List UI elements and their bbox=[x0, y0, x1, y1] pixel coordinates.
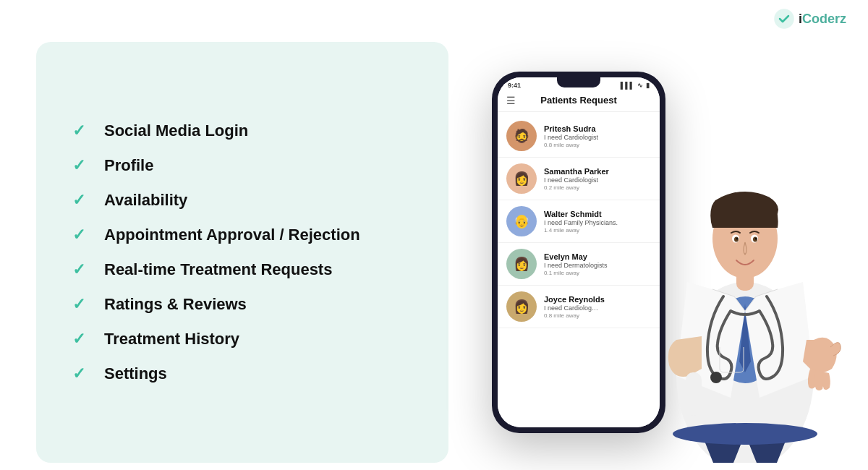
feature-item-profile: ✓Profile bbox=[72, 156, 412, 175]
check-icon: ✓ bbox=[72, 156, 90, 175]
svg-point-10 bbox=[753, 237, 757, 242]
svg-rect-14 bbox=[686, 372, 702, 416]
logo-icon bbox=[774, 9, 794, 29]
patient-avatar: 🧔 bbox=[506, 121, 537, 151]
patient-avatar: 👴 bbox=[506, 206, 537, 236]
feature-label: Appointment Approval / Rejection bbox=[104, 226, 360, 244]
screen-title: Patients Request bbox=[540, 95, 616, 106]
svg-point-13 bbox=[710, 372, 722, 383]
feature-item-social-media-login: ✓Social Media Login bbox=[72, 121, 412, 140]
feature-label: Social Media Login bbox=[104, 121, 248, 140]
feature-list-panel: ✓Social Media Login✓Profile✓Availability… bbox=[36, 42, 448, 463]
feature-label: Real-time Treatment Requests bbox=[104, 260, 332, 279]
feature-item-appointment-approval: ✓Appointment Approval / Rejection bbox=[72, 226, 412, 244]
feature-label: Settings bbox=[104, 364, 167, 383]
feature-label: Availability bbox=[104, 191, 187, 210]
feature-label: Profile bbox=[104, 156, 153, 175]
feature-item-ratings-reviews: ✓Ratings & Reviews bbox=[72, 295, 412, 314]
check-icon: ✓ bbox=[72, 121, 90, 140]
phone-time: 9:41 bbox=[508, 82, 521, 89]
patient-avatar: 👩 bbox=[506, 249, 537, 279]
feature-label: Treatment History bbox=[104, 330, 239, 349]
svg-point-15 bbox=[673, 423, 817, 445]
feature-item-settings: ✓Settings bbox=[72, 364, 412, 383]
feature-item-treatment-history: ✓Treatment History bbox=[72, 330, 412, 349]
doctor-figure-area bbox=[615, 58, 846, 463]
check-icon: ✓ bbox=[72, 191, 90, 210]
feature-item-availability: ✓Availability bbox=[72, 191, 412, 210]
check-icon: ✓ bbox=[72, 295, 90, 314]
check-icon: ✓ bbox=[72, 260, 90, 279]
check-icon: ✓ bbox=[72, 226, 90, 244]
svg-point-9 bbox=[734, 237, 739, 242]
feature-item-realtime-treatment: ✓Real-time Treatment Requests bbox=[72, 260, 412, 279]
phone-notch bbox=[557, 77, 600, 87]
patient-avatar: 👩 bbox=[506, 163, 537, 194]
patient-avatar: 👩 bbox=[506, 291, 537, 322]
top-bar: iCoderz bbox=[0, 0, 868, 35]
check-icon: ✓ bbox=[72, 364, 90, 383]
feature-label: Ratings & Reviews bbox=[104, 295, 247, 314]
doctor-illustration bbox=[644, 87, 846, 463]
svg-point-12 bbox=[755, 238, 757, 240]
hamburger-icon[interactable]: ☰ bbox=[506, 95, 516, 106]
logo: iCoderz bbox=[774, 9, 846, 29]
logo-text: iCoderz bbox=[799, 12, 846, 27]
svg-point-11 bbox=[736, 238, 738, 240]
main-content: ✓Social Media Login✓Profile✓Availability… bbox=[0, 35, 868, 470]
svg-point-0 bbox=[775, 9, 793, 28]
right-panel: 9:41 ▌▌▌ ∿ ▮ ☰ Patients Request bbox=[463, 42, 846, 463]
check-icon: ✓ bbox=[72, 330, 90, 349]
